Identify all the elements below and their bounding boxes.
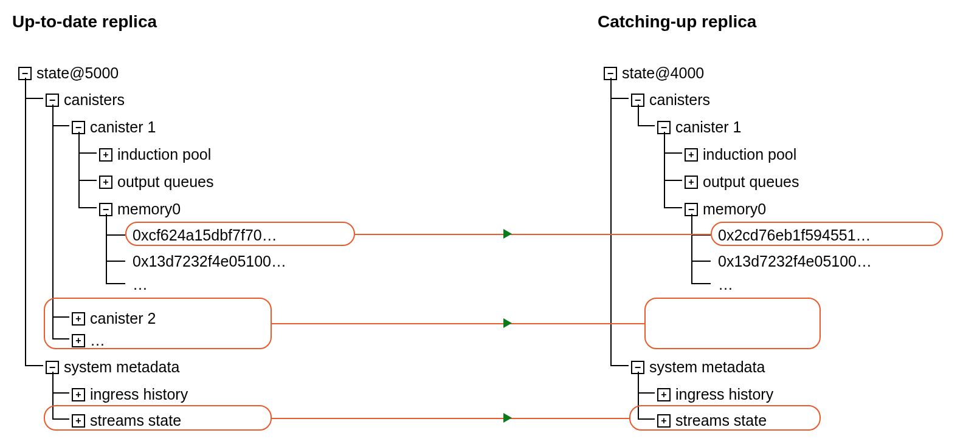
right-induction-pool[interactable]: induction pool — [685, 146, 796, 163]
left-mem-dots: … — [133, 276, 148, 293]
tree-line — [78, 132, 80, 208]
right-title: Catching-up replica — [598, 12, 756, 32]
right-hash1-label: 0x2cd76eb1f594551… — [718, 227, 871, 244]
right-canisters-label: canisters — [649, 91, 710, 109]
left-memory0-label: memory0 — [117, 200, 181, 218]
right-canister-1-label: canister 1 — [675, 118, 741, 136]
right-streams-label: streams state — [675, 412, 767, 429]
left-ingress-label: ingress history — [90, 386, 188, 403]
tree-line — [691, 214, 692, 284]
expand-icon[interactable] — [657, 388, 671, 401]
right-canister-1[interactable]: canister 1 — [657, 118, 741, 136]
right-sysmeta-label: system metadata — [649, 358, 765, 376]
left-canisters[interactable]: canisters — [46, 91, 125, 109]
tree-line — [638, 392, 655, 394]
right-output-queues[interactable]: output queues — [685, 173, 799, 191]
expand-icon[interactable] — [99, 176, 112, 189]
tree-line — [52, 125, 69, 126]
right-canisters[interactable]: canisters — [631, 91, 710, 109]
left-canister-dots[interactable]: … — [72, 332, 105, 349]
tree-line — [106, 283, 125, 284]
tree-line — [638, 104, 639, 126]
right-hash2-label: 0x13d7232f4e05100… — [718, 253, 872, 270]
tree-line — [25, 98, 43, 99]
left-output-label: output queues — [117, 173, 213, 191]
tree-line — [106, 214, 107, 284]
left-canister-1[interactable]: canister 1 — [72, 118, 156, 136]
expand-icon[interactable] — [72, 334, 85, 347]
right-mem-dots: … — [718, 276, 733, 293]
right-induction-label: induction pool — [703, 146, 796, 163]
right-output-label: output queues — [703, 173, 799, 191]
left-canister-2-label: canister 2 — [90, 310, 156, 327]
right-mem-dots-label: … — [718, 276, 733, 293]
left-title: Up-to-date replica — [12, 12, 157, 32]
tree-line — [610, 365, 629, 366]
tree-line — [78, 207, 97, 208]
connector-streams — [272, 418, 629, 419]
left-hash2: 0x13d7232f4e05100… — [133, 253, 286, 270]
tree-line — [106, 261, 125, 262]
right-root[interactable]: state@4000 — [604, 64, 704, 82]
tree-line — [610, 78, 612, 366]
left-ingress-history[interactable]: ingress history — [72, 386, 188, 403]
right-ingress-history[interactable]: ingress history — [657, 386, 773, 403]
tree-line — [25, 78, 26, 366]
tree-line — [691, 261, 711, 262]
expand-icon[interactable] — [657, 414, 671, 428]
tree-line — [52, 392, 69, 394]
left-memory0[interactable]: memory0 — [99, 200, 181, 218]
left-canister-1-label: canister 1 — [90, 118, 156, 136]
connector-hash1 — [355, 234, 711, 235]
tree-line — [664, 180, 682, 181]
left-canister-dots-label: … — [90, 332, 105, 349]
left-canister-2[interactable]: canister 2 — [72, 310, 156, 327]
left-root[interactable]: state@5000 — [18, 64, 119, 82]
left-streams-label: streams state — [90, 412, 181, 429]
left-mem-dots-label: … — [133, 276, 148, 293]
expand-icon[interactable] — [72, 312, 85, 326]
right-memory0[interactable]: memory0 — [685, 200, 766, 218]
tree-line — [610, 98, 629, 99]
left-output-queues[interactable]: output queues — [99, 173, 213, 191]
right-system-metadata[interactable]: system metadata — [631, 358, 765, 376]
expand-icon[interactable] — [99, 148, 112, 162]
right-ingress-label: ingress history — [675, 386, 773, 403]
tree-line — [691, 283, 711, 284]
left-sysmeta-label: system metadata — [64, 358, 179, 376]
expand-icon[interactable] — [72, 414, 85, 428]
expand-icon[interactable] — [72, 388, 85, 401]
tree-line — [25, 365, 43, 366]
tree-line — [664, 152, 682, 154]
left-streams-state[interactable]: streams state — [72, 412, 181, 429]
tree-line — [638, 125, 655, 126]
tree-line — [106, 234, 125, 236]
tree-line — [664, 207, 682, 208]
left-root-label: state@5000 — [36, 64, 119, 82]
tree-line — [78, 180, 97, 181]
left-induction-label: induction pool — [117, 146, 211, 163]
highlight-canister2-right — [644, 298, 821, 349]
left-induction-pool[interactable]: induction pool — [99, 146, 211, 163]
tree-line — [664, 132, 665, 208]
left-hash1: 0xcf624a15dbf7f70… — [133, 227, 277, 244]
left-canisters-label: canisters — [64, 91, 125, 109]
right-memory0-label: memory0 — [703, 200, 766, 218]
connector-canister2 — [272, 323, 644, 324]
right-hash2: 0x13d7232f4e05100… — [718, 253, 872, 270]
arrow-icon — [503, 229, 512, 239]
arrow-icon — [503, 318, 512, 328]
left-hash2-label: 0x13d7232f4e05100… — [133, 253, 286, 270]
left-hash1-label: 0xcf624a15dbf7f70… — [133, 227, 277, 244]
right-root-label: state@4000 — [622, 64, 704, 82]
right-streams-state[interactable]: streams state — [657, 412, 767, 429]
tree-line — [78, 152, 97, 154]
arrow-icon — [503, 413, 512, 423]
right-hash1: 0x2cd76eb1f594551… — [718, 227, 871, 244]
left-system-metadata[interactable]: system metadata — [46, 358, 179, 376]
expand-icon[interactable] — [685, 176, 698, 189]
expand-icon[interactable] — [685, 148, 698, 162]
